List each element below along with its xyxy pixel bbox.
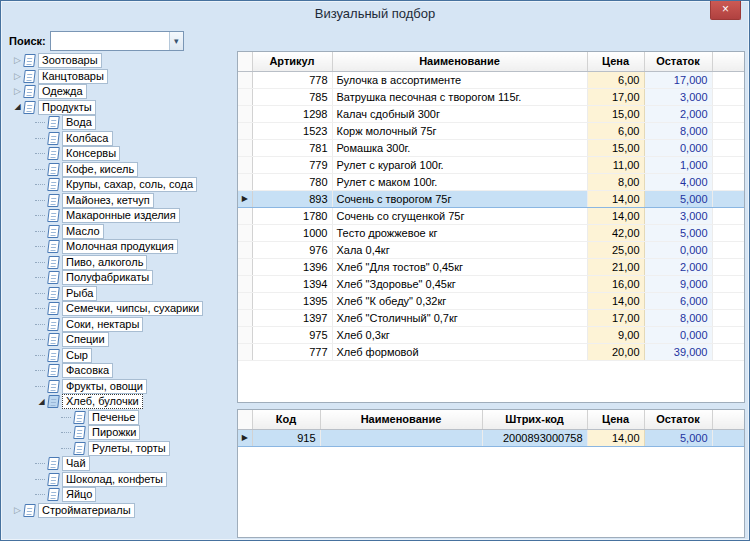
tree-item[interactable]: Колбаса [5, 131, 233, 147]
tree-item[interactable]: Пирожки [5, 425, 233, 441]
tree-item[interactable]: Крупы, сахар, соль, сода [5, 177, 233, 193]
tree-item[interactable]: Печенье [5, 410, 233, 426]
tree-item[interactable]: Фасовка [5, 363, 233, 379]
title-bar[interactable]: Визуальный подбор × [1, 1, 749, 27]
col-header-article[interactable]: Артикул [252, 52, 332, 71]
tree-item[interactable]: Специи [5, 332, 233, 348]
dropdown-button[interactable]: ▾ [169, 32, 183, 50]
article-cell: 1395 [252, 292, 332, 309]
tree-item[interactable]: Молочная продукция [5, 239, 233, 255]
tree-item-label: Рыба [62, 286, 97, 301]
tree-item[interactable]: Полуфабрикаты [5, 270, 233, 286]
code-cell: 915 [252, 429, 320, 446]
tree-connector [35, 122, 45, 123]
tree-item[interactable]: Вода [5, 115, 233, 131]
col-header-stock[interactable]: Остаток [644, 410, 712, 429]
table-row[interactable]: 976Хала 0,4кг25,000,000 [238, 241, 744, 258]
table-row[interactable]: ▶893Сочень с творогом 75г14,005,000 [238, 190, 744, 207]
tree-item[interactable]: Пиво, алкоголь [5, 255, 233, 271]
search-input[interactable] [51, 32, 169, 50]
table-row[interactable]: ▶915200089300075814,005,000 [238, 429, 744, 446]
name-cell: Ватрушка песочная с творогом 115г. [332, 88, 587, 105]
table-row[interactable]: 777Хлеб формовой20,0039,000 [238, 343, 744, 360]
tree-item[interactable]: ▷Зоотовары [5, 53, 233, 69]
category-icon [47, 364, 60, 377]
tree-item[interactable]: Макаронные изделия [5, 208, 233, 224]
tree-item[interactable]: ▷Канцтовары [5, 69, 233, 85]
expand-icon[interactable]: ▷ [11, 56, 24, 65]
row-marker-cell [238, 105, 252, 122]
col-header-price[interactable]: Цена [587, 52, 644, 71]
col-header-code[interactable]: Код [252, 410, 320, 429]
name-cell: Тесто дрожжевое кг [332, 224, 587, 241]
tree-item-label: Шоколад, конфеты [62, 472, 167, 487]
name-cell: Рулет с курагой 100г. [332, 156, 587, 173]
tree-item[interactable]: Консервы [5, 146, 233, 162]
category-icon [47, 333, 60, 346]
tree-item[interactable]: Рыба [5, 286, 233, 302]
tree-item[interactable]: ◢Хлеб, булочки [5, 394, 233, 410]
tree-item[interactable]: Майонез, кетчуп [5, 193, 233, 209]
tree-item[interactable]: Рулеты, торты [5, 441, 233, 457]
category-icon [73, 442, 86, 455]
table-row[interactable]: 1396Хлеб "Для тостов" 0,45кг21,002,000 [238, 258, 744, 275]
close-button[interactable]: × [710, 1, 741, 20]
col-header-barcode[interactable]: Штрих-код [482, 410, 587, 429]
col-header-stock[interactable]: Остаток [644, 52, 712, 71]
price-cell: 21,00 [587, 258, 644, 275]
expand-icon[interactable]: ▷ [11, 72, 24, 81]
table-row[interactable]: 975Хлеб 0,3кг9,000,000 [238, 326, 744, 343]
article-cell: 1780 [252, 207, 332, 224]
tree-item[interactable]: ◢Продукты [5, 100, 233, 116]
tree-item[interactable]: ▷Одежда [5, 84, 233, 100]
price-cell: 6,00 [587, 71, 644, 88]
row-filler [712, 122, 744, 139]
row-filler [712, 224, 744, 241]
category-icon [47, 318, 60, 331]
article-cell: 779 [252, 156, 332, 173]
price-cell: 20,00 [587, 343, 644, 360]
tree-item[interactable]: ▷Стройматериалы [5, 503, 233, 519]
tree-item[interactable]: Соки, нектары [5, 317, 233, 333]
tree-item[interactable]: Чай [5, 456, 233, 472]
col-header-name[interactable]: Наименование [332, 52, 587, 71]
table-row[interactable]: 1395Хлеб "К обеду" 0,32кг14,006,000 [238, 292, 744, 309]
tree-item[interactable]: Сыр [5, 348, 233, 364]
table-row[interactable]: 1523Корж молочный 75г6,008,000 [238, 122, 744, 139]
expand-icon[interactable]: ▷ [11, 87, 24, 96]
article-cell: 778 [252, 71, 332, 88]
tree-item[interactable]: Семечки, чипсы, сухарики [5, 301, 233, 317]
tree-item[interactable]: Масло [5, 224, 233, 240]
col-header-price[interactable]: Цена [587, 410, 644, 429]
table-row[interactable]: 781Ромашка 300г.15,000,000 [238, 139, 744, 156]
table-row[interactable]: 1397Хлеб "Столичный" 0,7кг17,008,000 [238, 309, 744, 326]
row-marker-cell [238, 71, 252, 88]
tree-item-label: Масло [62, 224, 104, 239]
name-cell: Хлеб формовой [332, 343, 587, 360]
tree-item[interactable]: Кофе, кисель [5, 162, 233, 178]
search-combobox[interactable]: ▾ [50, 31, 184, 51]
tree-item-label: Полуфабрикаты [62, 270, 153, 285]
table-row[interactable]: 779Рулет с курагой 100г.11,001,000 [238, 156, 744, 173]
collapse-icon[interactable]: ◢ [11, 103, 24, 111]
expand-icon[interactable]: ▷ [11, 506, 24, 515]
tree-item[interactable]: Яйцо [5, 487, 233, 503]
collapse-icon[interactable]: ◢ [35, 398, 48, 406]
table-row[interactable]: 1298Калач сдобный 300г15,002,000 [238, 105, 744, 122]
table-row[interactable]: 1780Сочень со сгущенкой 75г14,003,000 [238, 207, 744, 224]
tree-item[interactable]: Фрукты, овощи [5, 379, 233, 395]
table-row[interactable]: 778Булочка в ассортименте6,0017,000 [238, 71, 744, 88]
row-marker-cell: ▶ [238, 190, 252, 207]
stock-cell: 4,000 [644, 173, 712, 190]
name-cell [320, 429, 482, 446]
table-row[interactable]: 1394Хлеб "Здоровье" 0,45кг16,009,000 [238, 275, 744, 292]
article-cell: 777 [252, 343, 332, 360]
table-row[interactable]: 1000Тесто дрожжевое кг42,005,000 [238, 224, 744, 241]
table-row[interactable]: 780Рулет с маком 100г.8,004,000 [238, 173, 744, 190]
col-header-name[interactable]: Наименование [320, 410, 482, 429]
detail-table-panel: Код Наименование Штрих-код Цена Остаток … [237, 409, 745, 538]
tree-item[interactable]: Шоколад, конфеты [5, 472, 233, 488]
tree-item-label: Консервы [62, 146, 120, 161]
row-filler [712, 156, 744, 173]
table-row[interactable]: 785Ватрушка песочная с творогом 115г.17,… [238, 88, 744, 105]
